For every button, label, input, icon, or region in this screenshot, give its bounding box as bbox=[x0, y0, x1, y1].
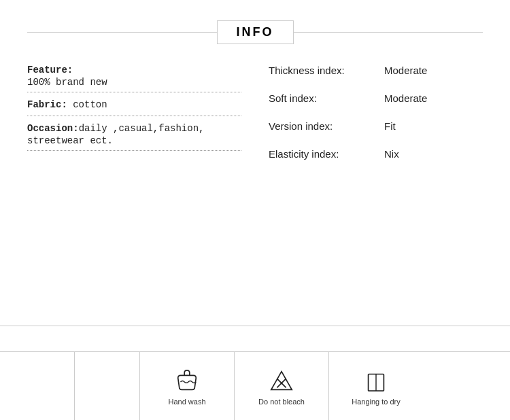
info-title: INFO bbox=[217, 20, 294, 44]
no-bleach-icon bbox=[269, 368, 294, 393]
fabric-row: Fabric: cotton bbox=[27, 99, 241, 116]
left-column: Feature: 100% brand new Fabric: cotton O… bbox=[27, 65, 255, 326]
elasticity-value: Nix bbox=[384, 148, 399, 160]
hand-wash-icon bbox=[174, 368, 200, 393]
occasion-value2: streetwear ect. bbox=[27, 135, 241, 151]
hang-dry-icon bbox=[363, 368, 389, 393]
hang-dry-label: Hanging to dry bbox=[352, 398, 401, 406]
feature-row: Feature: 100% brand new bbox=[27, 65, 241, 92]
header-line-left bbox=[27, 32, 217, 33]
feature-label: Feature: bbox=[27, 65, 241, 75]
thickness-label: Thickness index: bbox=[269, 65, 377, 76]
care-empty-col1 bbox=[0, 352, 75, 420]
right-column: Thickness index: Moderate Soft index: Mo… bbox=[255, 65, 483, 326]
care-top-bar bbox=[0, 326, 510, 352]
care-item-hangdry: Hanging to dry bbox=[329, 352, 423, 420]
care-empty-col3 bbox=[423, 352, 510, 420]
no-bleach-label: Do not bleach bbox=[258, 398, 305, 406]
elasticity-row: Elasticity index: Nix bbox=[269, 148, 483, 160]
version-label: Version index: bbox=[269, 120, 377, 132]
care-section: Hand wash Do not bleach bbox=[0, 326, 510, 420]
version-row: Version index: Fit bbox=[269, 120, 483, 132]
feature-value: 100% brand new bbox=[27, 77, 241, 92]
page: INFO Feature: 100% brand new Fabric: cot… bbox=[0, 0, 510, 420]
care-bottom: Hand wash Do not bleach bbox=[0, 352, 510, 420]
care-item-handwash: Hand wash bbox=[140, 352, 235, 420]
occasion-label: Occasion:daily ,casual,fashion, bbox=[27, 123, 241, 134]
fabric-label: Fabric: cotton bbox=[27, 99, 241, 110]
info-header: INFO bbox=[0, 0, 510, 51]
main-content: Feature: 100% brand new Fabric: cotton O… bbox=[0, 51, 510, 326]
header-line-right bbox=[294, 32, 483, 33]
thickness-row: Thickness index: Moderate bbox=[269, 65, 483, 76]
occasion-row: Occasion:daily ,casual,fashion, streetwe… bbox=[27, 123, 241, 151]
thickness-value: Moderate bbox=[384, 65, 427, 76]
care-item-nobleach: Do not bleach bbox=[235, 352, 329, 420]
elasticity-label: Elasticity index: bbox=[269, 148, 377, 160]
hand-wash-label: Hand wash bbox=[168, 398, 205, 406]
soft-label: Soft index: bbox=[269, 92, 377, 104]
soft-value: Moderate bbox=[384, 92, 427, 104]
soft-row: Soft index: Moderate bbox=[269, 92, 483, 104]
version-value: Fit bbox=[384, 120, 396, 132]
care-empty-col2 bbox=[75, 352, 140, 420]
